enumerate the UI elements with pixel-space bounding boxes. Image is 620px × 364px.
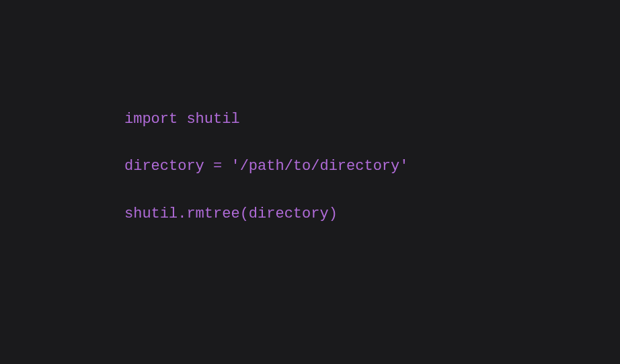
paren-open: (	[240, 206, 249, 222]
keyword-import: import	[124, 111, 178, 128]
code-line-3: directory = '/path/to/directory'	[124, 154, 620, 178]
code-block: import shutil directory = '/path/to/dire…	[0, 0, 620, 226]
dot: .	[178, 206, 186, 222]
var-directory: directory	[124, 158, 204, 175]
string-path: '/path/to/directory'	[231, 158, 408, 175]
module-shutil-call: shutil	[124, 206, 178, 222]
code-line-blank-2	[124, 179, 620, 202]
assign-operator: =	[213, 158, 222, 175]
code-line-5: shutil.rmtree(directory)	[124, 202, 620, 226]
module-shutil: shutil	[186, 111, 239, 128]
code-line-blank-1	[124, 131, 620, 154]
paren-close: )	[329, 206, 338, 222]
code-line-1: import shutil	[124, 107, 620, 131]
func-rmtree: rmtree	[186, 206, 239, 222]
arg-directory: directory	[249, 206, 329, 222]
